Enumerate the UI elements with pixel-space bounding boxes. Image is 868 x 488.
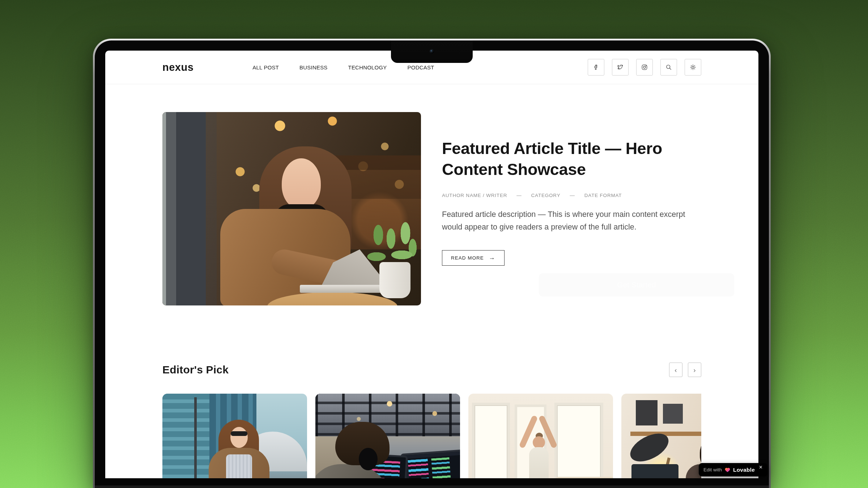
- meta-author: AUTHOR NAME / WRITER: [442, 193, 507, 198]
- main-nav: ALL POST BUSINESS TECHNOLOGY PODCAST: [252, 64, 434, 70]
- photo-detail: [162, 394, 217, 478]
- read-more-label: READ MORE: [451, 255, 484, 261]
- featured-article-image[interactable]: [162, 112, 421, 305]
- photo-detail: [631, 464, 678, 478]
- laptop-notch: [391, 40, 473, 63]
- photo-detail: [230, 427, 248, 448]
- featured-article-title: Featured Article Title — HeroContent Sho…: [442, 138, 701, 180]
- card-home-office[interactable]: [621, 394, 701, 478]
- badge-close-icon[interactable]: ✕: [759, 463, 763, 470]
- photo-detail: [359, 448, 378, 470]
- photo-detail: [472, 403, 510, 478]
- photo-detail: [226, 454, 252, 478]
- laptop-mockup: nexus ALL POST BUSINESS TECHNOLOGY PODCA…: [93, 39, 771, 488]
- photo-detail: [300, 285, 390, 293]
- ghost-get-started-button: Get Started: [539, 273, 734, 296]
- card-developer-workstation[interactable]: [315, 394, 460, 478]
- twitter-icon: [617, 64, 624, 71]
- arrow-right-icon: →: [489, 254, 495, 261]
- meta-date: DATE FORMAT: [584, 193, 622, 198]
- photo-detail: [400, 449, 460, 478]
- nav-item-podcast[interactable]: PODCAST: [408, 64, 434, 70]
- photo-detail: [231, 431, 247, 436]
- photo-detail: [282, 158, 321, 209]
- meta-separator: —: [516, 193, 522, 198]
- card-fashion-street[interactable]: [162, 394, 307, 478]
- article-description: Featured article description — This is w…: [442, 208, 701, 234]
- editors-pick-section: Editor's Pick ‹ ›: [162, 363, 701, 478]
- social-buttons: [588, 59, 701, 76]
- theme-toggle-button[interactable]: [685, 59, 701, 76]
- nav-item-all-post[interactable]: ALL POST: [252, 64, 279, 70]
- photo-detail: [529, 447, 549, 478]
- nav-item-technology[interactable]: TECHNOLOGY: [348, 64, 387, 70]
- photo-detail: [315, 394, 460, 441]
- webcam-icon: [430, 49, 434, 54]
- carousel-prev-button[interactable]: ‹: [669, 363, 682, 377]
- site-logo[interactable]: nexus: [162, 61, 193, 73]
- browser-screen: nexus ALL POST BUSINESS TECHNOLOGY PODCA…: [105, 51, 758, 478]
- meta-separator: —: [570, 193, 575, 198]
- featured-article-section: Featured Article Title — HeroContent Sho…: [162, 112, 701, 305]
- card-home-yoga[interactable]: [468, 394, 613, 478]
- photo-detail: [162, 112, 227, 305]
- theme-sun-icon: [689, 64, 697, 71]
- article-meta: AUTHOR NAME / WRITER — CATEGORY — DATE F…: [442, 193, 701, 198]
- nav-item-business[interactable]: BUSINESS: [299, 64, 327, 70]
- twitter-button[interactable]: [612, 59, 629, 76]
- badge-prefix: Edit with: [703, 467, 722, 472]
- instagram-button[interactable]: [636, 59, 653, 76]
- featured-article-text: Featured Article Title — HeroContent Sho…: [442, 112, 701, 305]
- title-line-2: Content Showcase: [442, 159, 701, 180]
- editors-pick-carousel: [162, 394, 701, 478]
- photo-detail: [636, 400, 690, 425]
- editors-pick-heading: Editor's Pick: [162, 364, 229, 376]
- photo-detail: [533, 436, 545, 449]
- facebook-icon: [592, 64, 600, 71]
- photo-detail: [553, 477, 613, 478]
- photo-detail: [194, 397, 197, 478]
- lovable-edit-badge[interactable]: Edit with Lovable ✕: [699, 463, 767, 476]
- carousel-controls: ‹ ›: [669, 363, 701, 377]
- laptop-bezel: nexus ALL POST BUSINESS TECHNOLOGY PODCA…: [95, 40, 769, 488]
- read-more-button[interactable]: READ MORE →: [442, 250, 505, 266]
- lovable-heart-icon: [724, 467, 731, 473]
- badge-brand: Lovable: [733, 467, 755, 473]
- instagram-icon: [641, 64, 648, 71]
- photo-detail: [379, 262, 410, 298]
- meta-category: CATEGORY: [531, 193, 561, 198]
- main-content: Featured Article Title — HeroContent Sho…: [162, 112, 701, 478]
- search-button[interactable]: [660, 59, 677, 76]
- carousel-next-button[interactable]: ›: [688, 363, 701, 377]
- facebook-button[interactable]: [588, 59, 604, 76]
- laptop-base: [95, 485, 769, 488]
- title-line-1: Featured Article Title — Hero: [442, 138, 701, 159]
- photo-detail: [554, 403, 603, 478]
- search-icon: [665, 64, 672, 71]
